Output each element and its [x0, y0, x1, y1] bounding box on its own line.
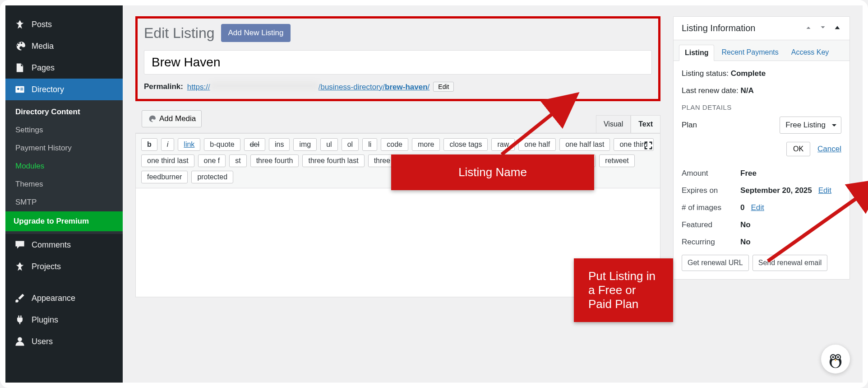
sidebar-item-label: Users [32, 337, 53, 346]
metabox-tab-recent-payments[interactable]: Recent Payments [716, 45, 784, 61]
svg-rect-3 [20, 89, 23, 90]
quicktag-del[interactable]: del [244, 138, 265, 151]
quicktag-li[interactable]: li [362, 138, 377, 151]
plug-icon [14, 314, 26, 325]
expires-edit-link[interactable]: Edit [818, 186, 831, 195]
help-fab[interactable] [821, 345, 850, 374]
quicktag-one-f[interactable]: one f [198, 154, 226, 167]
brush-icon [14, 293, 26, 304]
quicktag-raw[interactable]: raw [491, 138, 515, 151]
sidebar-sub-smtp[interactable]: SMTP [5, 193, 123, 211]
last-renew-label: Last renew date: [682, 86, 739, 95]
images-value: 0 [740, 203, 744, 212]
quicktag-one-third-last[interactable]: one third last [141, 154, 194, 167]
svg-rect-2 [20, 88, 23, 89]
metabox-tab-access-key[interactable]: Access Key [786, 45, 835, 61]
quicktag-link[interactable]: link [178, 138, 200, 151]
svg-point-11 [832, 356, 834, 358]
chevron-up-icon[interactable] [804, 23, 813, 33]
send-renewal-email-button[interactable]: Send renewal email [753, 255, 828, 271]
pin-icon [14, 261, 26, 272]
sidebar-item-plugins[interactable]: Plugins [5, 309, 123, 331]
sidebar-item-comments[interactable]: Comments [5, 234, 123, 256]
permalink-blurred-domain [210, 82, 319, 89]
sidebar-upgrade-premium[interactable]: Upgrade to Premium [5, 211, 123, 231]
sidebar-item-appearance[interactable]: Appearance [5, 287, 123, 309]
sidebar-sub-payment-history[interactable]: Payment History [5, 139, 123, 157]
expires-label: Expires on [682, 186, 740, 195]
pin-icon [14, 19, 26, 30]
quicktag-ins[interactable]: ins [269, 138, 290, 151]
expires-value: September 20, 2025 [740, 186, 812, 195]
quicktag-more[interactable]: more [412, 138, 440, 151]
quicktag-retweet[interactable]: retweet [599, 154, 634, 167]
chevron-down-icon[interactable] [819, 23, 827, 33]
quicktag-code[interactable]: code [381, 138, 408, 151]
sidebar-sub-modules[interactable]: Modules [5, 157, 123, 175]
add-new-listing-button[interactable]: Add New Listing [221, 24, 291, 42]
sidebar-item-users[interactable]: Users [5, 331, 123, 352]
quicktag-three-fourth[interactable]: three fourth [250, 154, 299, 167]
sidebar-item-pages[interactable]: Pages [5, 57, 123, 79]
permalink-edit-button[interactable]: Edit [433, 82, 454, 92]
sidebar-item-posts[interactable]: Posts [5, 14, 123, 35]
permalink-label: Permalink: [144, 82, 183, 91]
listing-status-value: Complete [731, 69, 766, 78]
listing-information-metabox: Listing Information Listing Recent Payme… [673, 16, 850, 280]
plan-select[interactable]: Free Listing [780, 117, 841, 134]
permalink-link[interactable]: https:///business-directory/brew-haven/ [187, 82, 430, 92]
quicktag-ol[interactable]: ol [342, 138, 359, 151]
admin-sidebar: Posts Media Pages Directory Directory Co… [5, 5, 123, 383]
sidebar-item-label: Pages [32, 63, 55, 73]
featured-label: Featured [682, 220, 740, 229]
plan-cancel-link[interactable]: Cancel [817, 145, 841, 154]
sidebar-item-label: Plugins [32, 315, 58, 325]
permalink-row: Permalink: https:///business-directory/b… [144, 82, 652, 92]
sidebar-item-media[interactable]: Media [5, 35, 123, 57]
metabox-tab-listing[interactable]: Listing [679, 45, 714, 61]
quicktag-close-tags[interactable]: close tags [443, 138, 488, 151]
sidebar-item-projects[interactable]: Projects [5, 256, 123, 277]
editor-tab-visual[interactable]: Visual [596, 115, 631, 133]
get-renewal-url-button[interactable]: Get renewal URL [682, 255, 749, 271]
quicktag-ul[interactable]: ul [320, 138, 337, 151]
card-icon [14, 84, 26, 95]
quicktag-st[interactable]: st [229, 154, 246, 167]
quicktag-one-half-last[interactable]: one half last [559, 138, 610, 151]
sidebar-item-label: Posts [32, 20, 52, 29]
comment-icon [14, 239, 26, 250]
quicktag-one-half[interactable]: one half [518, 138, 556, 151]
quicktag-b[interactable]: b [141, 138, 157, 151]
listing-title-input[interactable] [144, 50, 652, 75]
quicktag-protected[interactable]: protected [191, 171, 233, 183]
sidebar-item-label: Media [32, 42, 54, 51]
caret-up-icon[interactable] [833, 23, 841, 33]
plan-ok-button[interactable]: OK [786, 142, 810, 156]
fullscreen-icon[interactable] [643, 140, 654, 152]
media-icon [148, 115, 156, 123]
sidebar-item-label: Directory [32, 85, 64, 94]
sidebar-item-label: Comments [32, 240, 71, 250]
recurring-value: No [740, 238, 751, 247]
listing-status-label: Listing status: [682, 69, 729, 78]
listing-name-highlight: Edit Listing Add New Listing Permalink: … [135, 16, 660, 101]
sidebar-item-directory[interactable]: Directory [5, 79, 123, 100]
sidebar-item-label: Appearance [32, 294, 75, 303]
add-media-button[interactable]: Add Media [142, 110, 202, 127]
quicktag-i[interactable]: i [161, 138, 175, 151]
media-icon [14, 41, 26, 51]
quicktag-feedburner[interactable]: feedburner [141, 171, 188, 183]
quicktag-img[interactable]: img [293, 138, 317, 151]
amount-value: Free [740, 169, 757, 178]
plan-label: Plan [682, 121, 697, 130]
sidebar-sub-directory-content[interactable]: Directory Content [5, 103, 123, 121]
sidebar-sub-themes[interactable]: Themes [5, 175, 123, 193]
quicktag-three-fourth-last[interactable]: three fourth last [302, 154, 364, 167]
quicktag-b-quote[interactable]: b-quote [204, 138, 240, 151]
sidebar-sub-settings[interactable]: Settings [5, 121, 123, 139]
user-icon [14, 336, 26, 347]
featured-value: No [740, 220, 751, 229]
images-edit-link[interactable]: Edit [751, 203, 764, 212]
recurring-label: Recurring [682, 238, 740, 247]
editor-tab-text[interactable]: Text [631, 115, 660, 133]
